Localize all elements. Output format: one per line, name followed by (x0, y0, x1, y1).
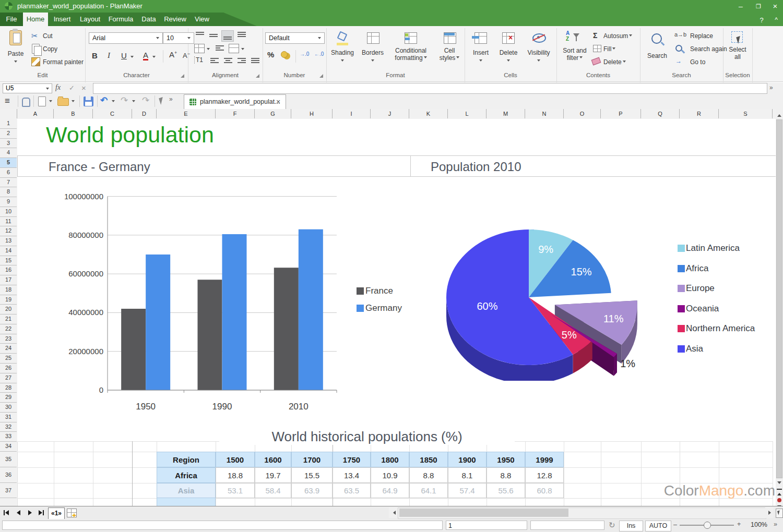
row-header-16[interactable]: 16 (0, 265, 17, 275)
column-header-K[interactable]: K (409, 109, 448, 118)
row-header-22[interactable]: 22 (0, 324, 17, 334)
table-value-cell[interactable]: 10.9 (371, 467, 409, 483)
cell-reference-box[interactable]: U5 (3, 83, 52, 93)
cancel-icon[interactable]: × (81, 83, 86, 92)
table-value-cell[interactable]: 63.9 (291, 483, 333, 498)
grow-font-button[interactable]: A+ (169, 50, 177, 59)
currency-format-icon[interactable] (281, 51, 288, 58)
row-header-25[interactable]: 25 (0, 354, 17, 364)
column-header-H[interactable]: H (291, 109, 333, 118)
table-value-cell[interactable]: 63.5 (333, 483, 371, 498)
confirm-icon[interactable]: ✓ (69, 84, 75, 92)
auto-indicator[interactable]: AUTO (645, 521, 671, 531)
wrap-text-button[interactable] (214, 43, 226, 53)
new-document-icon[interactable] (38, 96, 46, 106)
row-header-24[interactable]: 24 (0, 344, 17, 354)
delete-contents-button[interactable]: Delete (603, 58, 626, 66)
align-left-button[interactable] (209, 55, 220, 66)
goto-button[interactable]: Go to (690, 58, 705, 66)
row-header-8[interactable]: 8 (0, 187, 17, 197)
close-button[interactable]: × (767, 0, 783, 13)
menu-item-review[interactable]: Review (160, 13, 191, 26)
split-handle-icon[interactable] (777, 489, 782, 490)
row-header-34[interactable]: 34 (0, 442, 17, 452)
undo-icon[interactable]: ↶ (100, 95, 108, 106)
row-header-6[interactable]: 6 (0, 168, 17, 178)
row-header-36[interactable]: 36 (0, 467, 17, 483)
column-header-G[interactable]: G (255, 109, 291, 118)
table-value-cell[interactable]: 53.1 (216, 483, 255, 498)
hscroll-left-button[interactable] (389, 507, 397, 518)
align-right-button[interactable] (236, 55, 247, 66)
open-folder-icon[interactable] (57, 98, 69, 106)
chevron-down-icon[interactable] (72, 100, 75, 104)
zoom-out-button[interactable]: – (673, 521, 677, 528)
row-header-10[interactable]: 10 (0, 207, 17, 217)
first-sheet-button[interactable] (2, 509, 13, 517)
justify-button[interactable] (250, 55, 261, 66)
chevron-down-icon[interactable] (49, 100, 52, 104)
table-header-1850[interactable]: 1850 (409, 452, 448, 467)
scroll-down-icon[interactable] (777, 481, 781, 486)
column-header-M[interactable]: M (487, 109, 525, 118)
replace-button[interactable]: Replace (690, 32, 713, 40)
table-value-cell[interactable]: 64.9 (371, 483, 409, 498)
column-header-O[interactable]: O (564, 109, 601, 118)
format-painter-button[interactable]: Format painter (43, 58, 84, 66)
hamburger-icon[interactable]: ≡ (5, 96, 10, 106)
table-header-1950[interactable]: 1950 (487, 452, 525, 467)
column-header-L[interactable]: L (448, 109, 487, 118)
chevron-down-icon[interactable] (241, 48, 244, 52)
hscroll-right-button[interactable] (765, 507, 774, 518)
minimize-button[interactable]: – (733, 0, 749, 13)
row-header-11[interactable]: 11 (0, 217, 17, 227)
text-orientation-button[interactable]: T1 (194, 56, 203, 64)
row-header-17[interactable]: 17 (0, 275, 17, 285)
border-frame-icon[interactable] (194, 44, 205, 53)
record-dot-icon[interactable] (777, 498, 781, 502)
row-header-33[interactable]: 33 (0, 432, 17, 442)
search-again-button[interactable]: Search again (690, 45, 727, 53)
row-header-13[interactable]: 13 (0, 236, 17, 246)
table-header-1800[interactable]: 1800 (371, 452, 409, 467)
vertical-justify-button[interactable] (236, 30, 247, 41)
bold-button[interactable]: B (92, 51, 98, 60)
save-icon[interactable] (84, 96, 93, 106)
table-value-cell[interactable]: 57.4 (448, 483, 487, 498)
align-bottom-button[interactable] (221, 30, 234, 42)
prev-sheet-button[interactable] (14, 509, 24, 517)
last-sheet-button[interactable] (37, 509, 47, 517)
row-header-2[interactable]: 2 (0, 129, 17, 139)
column-header-Q[interactable]: Q (641, 109, 680, 118)
document-tab[interactable]: planmaker_world_populat... × (184, 94, 286, 109)
corner-select-all-cell[interactable] (0, 109, 17, 118)
table-header-1750[interactable]: 1750 (333, 452, 371, 467)
split-up-icon[interactable] (777, 491, 781, 495)
column-header-C[interactable]: C (93, 109, 132, 118)
row-header-37[interactable]: 37 (0, 483, 17, 498)
dialog-launcher-icon[interactable] (319, 74, 323, 78)
row-header-1[interactable]: 1 (0, 119, 17, 129)
shrink-font-button[interactable]: A− (183, 51, 190, 59)
column-header-J[interactable]: J (371, 109, 409, 118)
row-header-14[interactable]: 14 (0, 246, 17, 256)
table-header-1700[interactable]: 1700 (291, 452, 333, 467)
align-top-button[interactable] (194, 30, 206, 41)
percent-format-button[interactable]: % (267, 50, 274, 59)
maximize-button[interactable]: ❐ (751, 0, 766, 13)
document-tab-close-icon[interactable]: × (276, 98, 280, 106)
column-header-D[interactable]: D (132, 109, 157, 118)
copy-button[interactable]: Copy (43, 45, 57, 53)
table-value-cell[interactable]: 60.8 (525, 483, 564, 498)
row-header-15[interactable]: 15 (0, 256, 17, 266)
menu-item-data[interactable]: Data (138, 13, 160, 26)
italic-button[interactable]: I (108, 51, 110, 60)
zoom-slider-thumb[interactable] (704, 522, 711, 529)
row-header-7[interactable]: 7 (0, 178, 17, 188)
repeat-icon[interactable]: ↷ (142, 95, 149, 106)
column-header-N[interactable]: N (525, 109, 564, 118)
formula-input[interactable] (93, 83, 767, 94)
chevron-down-icon[interactable] (112, 100, 115, 104)
menu-item-file[interactable]: File (0, 13, 23, 26)
table-value-cell[interactable]: 18.8 (216, 467, 255, 483)
